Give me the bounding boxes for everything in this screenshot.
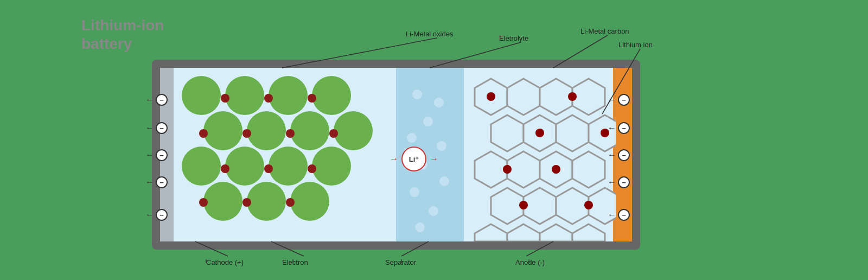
green-circle: [225, 147, 264, 186]
hexagon-grid: .hex { fill: none; stroke: #999; stroke-…: [464, 68, 616, 241]
electron-arrow-4: ← −: [145, 176, 168, 188]
red-dot: [242, 198, 251, 207]
green-circle: [182, 76, 221, 115]
svg-text:Li-Metal oxides: Li-Metal oxides: [406, 30, 454, 38]
hexagon: [491, 188, 524, 224]
green-circle: [312, 147, 351, 186]
electron-arrow-5: ← −: [145, 209, 168, 221]
hexagon: [507, 151, 540, 188]
sep-dot: [410, 187, 419, 197]
red-dot-hex: [487, 92, 495, 101]
hexagon: [524, 188, 556, 224]
hexagon: [475, 151, 507, 188]
electron-symbol: −: [618, 94, 630, 106]
hexagon: [491, 115, 524, 151]
hexagon: [556, 188, 589, 224]
li-ion-indicator: → Li⁺ →: [390, 147, 438, 171]
green-circle: [247, 111, 286, 150]
green-circle: [203, 111, 242, 150]
red-dot: [329, 129, 338, 138]
red-dot: [286, 198, 295, 207]
red-dot-hex: [535, 129, 544, 137]
electron-symbol: −: [618, 149, 630, 161]
hexagon: [475, 224, 507, 241]
red-dot: [308, 164, 316, 173]
red-dot: [286, 129, 295, 138]
hexagon: [572, 224, 605, 241]
svg-text:Anode (-): Anode (-): [515, 258, 545, 266]
sep-dot: [429, 206, 438, 216]
red-dot-hex: [552, 165, 560, 174]
red-dot: [199, 198, 208, 207]
electron-symbol: −: [156, 122, 168, 134]
red-dot: [308, 94, 316, 103]
hexagon: [540, 79, 572, 115]
electron-symbol: −: [156, 176, 168, 188]
hexagon: [572, 79, 605, 115]
green-circle: [182, 147, 221, 186]
hexagon: [507, 79, 540, 115]
electron-symbol: −: [618, 122, 630, 134]
svg-text:Cathode (+): Cathode (+): [206, 258, 244, 266]
electron-arrow-right-4: ← −: [608, 176, 630, 188]
electron-symbol: −: [156, 149, 168, 161]
green-circle: [269, 76, 308, 115]
green-circle: [225, 76, 264, 115]
red-dot: [264, 94, 273, 103]
svg-text:Eletrolyte: Eletrolyte: [499, 34, 528, 42]
red-dot: [242, 129, 251, 138]
green-circle: [290, 111, 329, 150]
green-circle: [269, 147, 308, 186]
sep-dot: [439, 176, 449, 186]
electron-symbol: −: [618, 209, 630, 221]
electron-arrow-3: ← −: [145, 149, 168, 161]
sep-dot: [407, 133, 417, 143]
electron-arrow-right-2: ← −: [608, 122, 630, 134]
title-line2: battery: [81, 35, 164, 53]
electron-arrow-right-5: ← −: [608, 209, 630, 221]
svg-text:Lithium ion: Lithium ion: [618, 41, 653, 49]
electron-symbol: −: [618, 176, 630, 188]
diagram-title: Lithium-ion battery: [81, 16, 164, 53]
red-dot-hex: [584, 201, 593, 209]
svg-text:Li-Metal carbon: Li-Metal carbon: [580, 27, 629, 35]
electron-symbol: −: [156, 94, 168, 106]
hexagon: [556, 115, 589, 151]
green-circle: [247, 182, 286, 221]
hexagon: [507, 224, 540, 241]
electron-arrow-right-3: ← −: [608, 149, 630, 161]
electron-symbol: −: [156, 209, 168, 221]
green-circle: [312, 76, 351, 115]
red-dot: [264, 164, 273, 173]
svg-text:Electron: Electron: [282, 258, 308, 266]
hexagon: [572, 151, 605, 188]
green-circle: [334, 111, 373, 150]
red-dot: [199, 129, 208, 138]
electron-arrow-2: ← −: [145, 122, 168, 134]
red-dot-hex: [568, 92, 577, 101]
hexagon: [540, 224, 572, 241]
title-line1: Lithium-ion: [81, 16, 164, 35]
red-dot: [221, 164, 229, 173]
sep-dot: [412, 90, 422, 99]
li-ion-symbol: Li⁺: [401, 147, 426, 171]
sep-dot: [434, 98, 444, 107]
svg-text:Separator: Separator: [385, 258, 417, 266]
diagram-container: Lithium-ion battery: [65, 5, 803, 275]
sep-dot: [423, 117, 433, 126]
red-dot-hex: [503, 165, 512, 174]
red-dot-hex: [519, 201, 528, 209]
electron-arrow-right-1: ← −: [608, 94, 630, 106]
green-circle: [290, 182, 329, 221]
red-dot: [221, 94, 229, 103]
green-circle: [203, 182, 242, 221]
sep-dot: [415, 222, 425, 232]
electron-arrow-1: ← −: [145, 94, 168, 106]
